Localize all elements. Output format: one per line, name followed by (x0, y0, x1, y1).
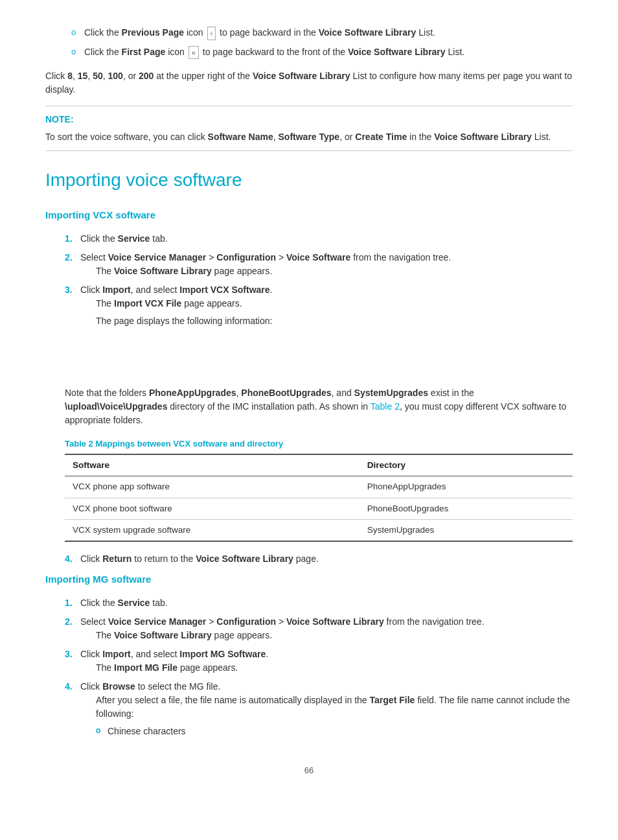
section-title: Importing voice software (45, 167, 573, 194)
mg-step-3: Click Import, and select Import MG Softw… (65, 648, 573, 675)
subsection-mg-title: Importing MG software (45, 572, 573, 587)
bold-nums: 8 (67, 71, 73, 81)
first-page-icon: « (189, 46, 199, 60)
vcx-step-1: Click the Service tab. (65, 232, 573, 246)
bold-upload-path: \upload\Voice\Upgrades (65, 401, 167, 412)
bold-first-page: First Page (122, 47, 166, 57)
vcx-step-2: Select Voice Service Manager > Configura… (65, 251, 573, 278)
mg-step-2-sub: The Voice Software Library page appears. (96, 629, 573, 642)
bold-browse: Browse (102, 681, 135, 692)
bold-voice-lib-1: Voice Software Library (319, 27, 417, 38)
mg-step-4: Click Browse to select the MG file. Afte… (65, 680, 573, 738)
vcx-steps-list-cont: Click Return to return to the Voice Soft… (65, 552, 573, 566)
note-text: To sort the voice software, you can clic… (45, 130, 573, 144)
bold-nums4: 100 (108, 71, 123, 81)
bold-sw-name: Software Name (208, 132, 273, 142)
bold-vsl-return: Voice Software Library (196, 554, 293, 564)
bold-vsm-mg: Voice Service Manager (108, 616, 206, 627)
bold-import-mg-sw: Import MG Software (179, 649, 266, 659)
vcx-step-3: Click Import, and select Import VCX Soft… (65, 283, 573, 328)
vcx-table: Software Directory VCX phone app softwar… (65, 454, 573, 542)
mg-inner-bullets: Chinese characters (96, 725, 573, 738)
bold-phone-boot: PhoneBootUpgrades (241, 388, 331, 398)
bold-voice-lib-2: Voice Software Library (348, 47, 446, 57)
bold-config-1: Configuration (216, 252, 276, 262)
mg-step-1: Click the Service tab. (65, 596, 573, 610)
table-row: VCX phone boot software PhoneBootUpgrade… (65, 498, 573, 519)
mg-step-2: Select Voice Service Manager > Configura… (65, 615, 573, 642)
table-row: VCX system upgrade software SystemUpgrad… (65, 519, 573, 541)
bold-import-mg-file: Import MG File (114, 662, 177, 673)
bold-nums5: 200 (139, 71, 154, 81)
table2-link[interactable]: Table 2 (371, 401, 400, 412)
list-item: Click the Previous Page icon ‹ to page b… (71, 26, 573, 40)
bold-return: Return (102, 554, 132, 564)
col-header-directory: Directory (360, 454, 573, 476)
bold-voice-sw-1: Voice Software (286, 252, 350, 262)
vcx-steps-list: Click the Service tab. Select Voice Serv… (65, 232, 573, 328)
table-cell: VCX phone boot software (65, 498, 360, 519)
bold-vsl-1: Voice Software Library (114, 266, 212, 276)
table-cell: PhoneBootUpgrades (360, 498, 573, 519)
vcx-step-4: Click Return to return to the Voice Soft… (65, 552, 573, 566)
prev-page-icon: ‹ (207, 27, 216, 40)
table-cell: SystemUpgrades (360, 519, 573, 541)
bold-previous-page: Previous Page (122, 27, 185, 38)
bold-voice-lib-top: Voice Software Library (253, 71, 350, 81)
table-row: VCX phone app software PhoneAppUpgrades (65, 476, 573, 498)
content-gap (45, 334, 573, 386)
col-header-software: Software (65, 454, 360, 476)
bold-voice-lib-note: Voice Software Library (434, 132, 532, 142)
vcx-step-3-sub1: The Import VCX File page appears. (96, 297, 573, 310)
list-item: Chinese characters (96, 725, 573, 738)
bold-vsl-mg-sub: Voice Software Library (114, 630, 212, 640)
top-paragraph: Click 8, 15, 50, 100, or 200 at the uppe… (45, 69, 573, 97)
note-box: NOTE: To sort the voice software, you ca… (45, 106, 573, 151)
bold-nums3: 50 (93, 71, 103, 81)
vcx-step-3-sub2: The page displays the following informat… (96, 314, 573, 328)
bold-nums2: 15 (78, 71, 88, 81)
bold-target-file: Target File (370, 695, 415, 705)
folders-note: Note that the folders PhoneAppUpgrades, … (65, 386, 573, 427)
mg-step-3-sub: The Import MG File page appears. (96, 661, 573, 675)
note-label: NOTE: (45, 113, 573, 126)
table-cell: VCX system upgrade software (65, 519, 360, 541)
table2-title: Table 2 Mappings between VCX software an… (65, 438, 573, 450)
bold-service-mg: Service (118, 598, 150, 608)
list-item: Click the First Page icon « to page back… (71, 45, 573, 60)
bold-import-mg: Import (102, 649, 131, 659)
table-cell: PhoneAppUpgrades (360, 476, 573, 498)
bold-sw-type: Software Type (279, 132, 340, 142)
bold-service-1: Service (118, 233, 150, 244)
bold-phone-app: PhoneAppUpgrades (149, 388, 236, 398)
subsection-vcx-title: Importing VCX software (45, 208, 573, 223)
top-bullet-list: Click the Previous Page icon ‹ to page b… (71, 26, 573, 59)
bold-config-mg: Configuration (216, 616, 276, 627)
page-number: 66 (45, 764, 573, 777)
bold-import-1: Import (102, 285, 131, 295)
bold-vsl-mg: Voice Software Library (286, 616, 384, 627)
bold-import-vcx-file: Import VCX File (114, 298, 181, 309)
bold-import-vcx: Import VCX Software (179, 285, 269, 295)
mg-step-4-sub: After you select a file, the file name i… (96, 694, 573, 721)
bold-sys-upgrades: SystemUpgrades (354, 388, 428, 398)
bold-vsm-1: Voice Service Manager (108, 252, 206, 262)
vcx-step-2-sub: The Voice Software Library page appears. (96, 264, 573, 278)
table2-container: Software Directory VCX phone app softwar… (65, 454, 573, 542)
table-cell: VCX phone app software (65, 476, 360, 498)
mg-steps-list: Click the Service tab. Select Voice Serv… (65, 596, 573, 738)
bold-create-time: Create Time (355, 132, 407, 142)
